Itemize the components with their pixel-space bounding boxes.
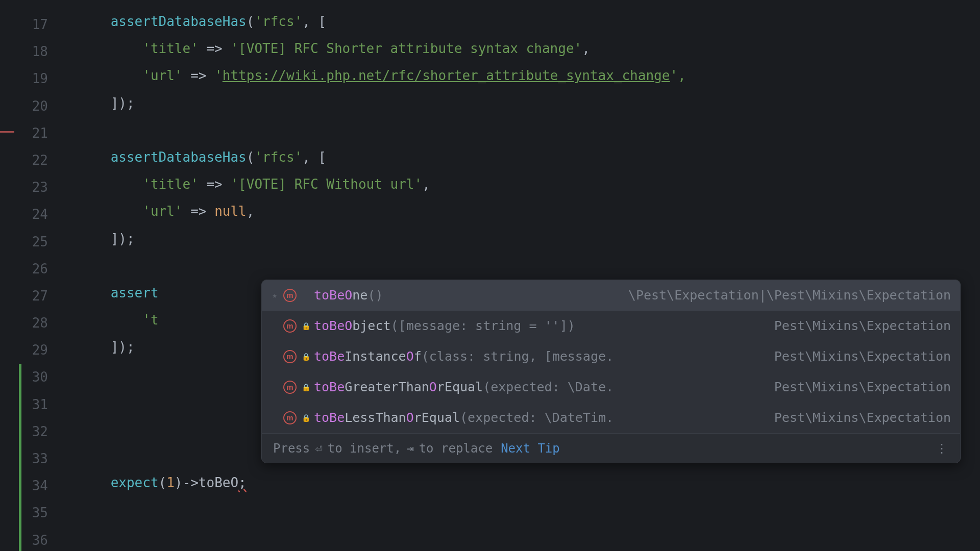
code-line[interactable]: 'url' => null, xyxy=(57,201,980,228)
line-number: 25 xyxy=(21,229,48,256)
completion-label: toBeObject([message: string = '']) xyxy=(314,316,575,336)
line-number: 33 xyxy=(21,445,48,472)
line-number: 30 xyxy=(21,364,48,391)
completion-origin: Pest\Mixins\Expectation xyxy=(774,377,951,397)
completion-origin: \Pest\Expectation|\Pest\Mixins\Expectati… xyxy=(628,285,951,306)
code-line[interactable]: 'title' => '[VOTE] RFC Without url', xyxy=(57,174,980,201)
method-icon: m xyxy=(283,381,297,394)
lock-icon: 🔒 xyxy=(302,316,309,336)
hint-text: to insert, xyxy=(328,438,402,459)
line-number: 32 xyxy=(21,418,48,445)
code-line[interactable] xyxy=(57,527,980,551)
lock-icon: 🔒 xyxy=(302,408,309,428)
completion-label: toBeInstanceOf(class: string, [message. xyxy=(314,346,614,367)
code-line[interactable]: expect(1)->toBeO; xyxy=(57,472,980,499)
code-line[interactable] xyxy=(57,120,980,147)
line-number: 28 xyxy=(21,310,48,337)
line-number: 26 xyxy=(21,256,48,283)
method-icon: m xyxy=(283,350,297,363)
line-number: 20 xyxy=(21,93,48,120)
line-number: 24 xyxy=(21,201,48,228)
lock-icon: 🔒 xyxy=(302,377,309,397)
method-icon: m xyxy=(283,319,297,333)
autocomplete-footer: Press ⏎ to insert, ⇥ to replace Next Tip… xyxy=(262,433,960,463)
autocomplete-item[interactable]: m🔒toBeObject([message: string = ''])Pest… xyxy=(262,311,960,341)
line-number: 17 xyxy=(21,11,48,38)
code-line[interactable] xyxy=(57,256,980,283)
autocomplete-item[interactable]: m🔒toBeGreaterThanOrEqual(expected: \Date… xyxy=(262,372,960,403)
line-number-gutter: 17 18 19 20 21 22 23 24 25 26 27 28 29 3… xyxy=(21,0,57,551)
code-line[interactable]: 'url' => 'https://wiki.php.net/rfc/short… xyxy=(57,65,980,92)
method-icon: m xyxy=(283,411,297,424)
line-number: 27 xyxy=(21,283,48,310)
code-line[interactable]: ]); xyxy=(57,229,980,256)
completion-origin: Pest\Mixins\Expectation xyxy=(774,408,951,428)
code-line[interactable] xyxy=(57,499,980,527)
code-line[interactable]: ]); xyxy=(57,93,980,120)
line-number: 21 xyxy=(21,120,48,147)
added-lines-marker[interactable] xyxy=(19,364,21,551)
completion-origin: Pest\Mixins\Expectation xyxy=(774,346,951,367)
line-number: 18 xyxy=(21,38,48,65)
autocomplete-item[interactable]: m🔒toBeLessThanOrEqual(expected: \DateTim… xyxy=(262,403,960,433)
code-line[interactable]: assertDatabaseHas('rfcs', [ xyxy=(57,11,980,38)
line-number: 22 xyxy=(21,147,48,174)
method-icon: m xyxy=(283,289,297,302)
gutter-change-stripe xyxy=(0,0,21,551)
lock-icon: 🔒 xyxy=(302,346,309,367)
star-icon: ★ xyxy=(271,285,278,306)
line-number: 19 xyxy=(21,65,48,92)
line-number: 34 xyxy=(21,472,48,499)
line-number: 36 xyxy=(21,527,48,551)
autocomplete-item[interactable]: m🔒toBeInstanceOf(class: string, [message… xyxy=(262,341,960,372)
enter-key-icon: ⏎ xyxy=(315,438,322,459)
deleted-line-marker[interactable] xyxy=(0,131,14,133)
code-text-area[interactable]: assertDatabaseHas('rfcs', [ 'title' => '… xyxy=(57,0,980,551)
next-tip-link[interactable]: Next Tip xyxy=(501,438,560,459)
tab-key-icon: ⇥ xyxy=(406,438,413,459)
completion-label: toBeOne() xyxy=(314,285,383,306)
line-number: 31 xyxy=(21,391,48,418)
code-editor: 17 18 19 20 21 22 23 24 25 26 27 28 29 3… xyxy=(0,0,980,551)
autocomplete-item[interactable]: ★mtoBeOne()\Pest\Expectation|\Pest\Mixin… xyxy=(262,280,960,311)
autocomplete-popup: ★mtoBeOne()\Pest\Expectation|\Pest\Mixin… xyxy=(261,280,961,463)
hint-text: to replace xyxy=(419,438,493,459)
hint-text: Press xyxy=(273,438,310,459)
code-line[interactable]: 'title' => '[VOTE] RFC Shorter attribute… xyxy=(57,38,980,65)
line-number: 35 xyxy=(21,499,48,527)
completion-label: toBeLessThanOrEqual(expected: \DateTim. xyxy=(314,408,614,428)
line-number: 29 xyxy=(21,337,48,364)
completion-origin: Pest\Mixins\Expectation xyxy=(774,316,951,336)
more-menu-icon[interactable]: ⋮ xyxy=(936,438,949,459)
line-number: 23 xyxy=(21,174,48,201)
completion-label: toBeGreaterThanOrEqual(expected: \Date. xyxy=(314,377,614,397)
code-line[interactable]: assertDatabaseHas('rfcs', [ xyxy=(57,147,980,174)
